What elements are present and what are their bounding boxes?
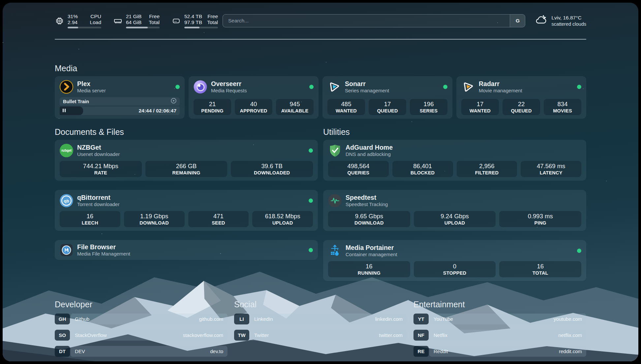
portainer-stats: 16 RUNNING 0 STOPPED 16 TOTAL (328, 261, 581, 277)
app-card-portainer[interactable]: Media Portainer Container management 16 … (323, 240, 586, 281)
app-name: Radarr (479, 80, 522, 88)
app-card-radarr[interactable]: Radarr Movie management 17 WANTED 22 QUE… (456, 76, 586, 119)
cpu-widget: 31% CPU 2.94 Load (55, 14, 101, 28)
stat-pending: 21 PENDING (194, 99, 231, 115)
bookmark-abbr: SO (55, 330, 70, 341)
bookmark-netflix[interactable]: NF Netflix netflix.com (413, 330, 586, 341)
app-card-speedtest[interactable]: Speedtest Speedtest Tracking 9.65 Gbps D… (323, 190, 586, 231)
bookmark-url: netflix.com (558, 332, 582, 338)
disk-free-value: 52.4 TB (184, 14, 202, 19)
app-desc: Media Requests (211, 88, 247, 94)
stat-total: 16 TOTAL (499, 261, 581, 277)
bookmark-url: stackoverflow.com (183, 332, 223, 338)
status-online-dot (577, 249, 581, 253)
bookmark-group-developer: Developer GH Github github.com SO StackO… (55, 299, 228, 357)
ram-progress-bar (126, 27, 160, 28)
now-playing-title: Bullet Train (63, 99, 89, 104)
playback-time: 24:44 / 02:06:47 (138, 106, 176, 115)
app-desc: Movie management (479, 88, 522, 94)
topbar-divider (55, 39, 586, 40)
bookmark-url: reddit.com (559, 349, 582, 354)
app-name: Sonarr (345, 80, 389, 88)
stat-wanted: 17 WANTED (461, 99, 499, 115)
cpu-label: CPU (90, 14, 101, 19)
app-card-nzbget[interactable]: nzbget NZBGet Usenet downloader 744.21 M… (55, 140, 318, 181)
stat-upload: 9.24 Gbps UPLOAD (414, 211, 496, 227)
status-online-dot (577, 85, 581, 89)
disk-progress-fill (184, 27, 199, 28)
stat-rate: 744.21 Mbps RATE (60, 161, 142, 177)
app-desc: DNS and adblocking (346, 151, 393, 157)
bookmark-twitter[interactable]: TW Twitter twitter.com (234, 330, 407, 341)
stat-queued: 17 QUEUED (369, 99, 406, 115)
filebrowser-icon (60, 243, 73, 257)
app-desc: Media File Management (77, 251, 130, 257)
section-title-media: Media (55, 63, 586, 73)
radarr-icon (461, 80, 475, 94)
disk-widget: 52.4 TB Free 97.9 TB Total (171, 14, 218, 28)
utilities-column: AdGuard Home DNS and adblocking 498,564 … (323, 140, 586, 281)
section-title-utilities: Utilities (323, 127, 586, 137)
search-engine-button[interactable]: G (510, 15, 525, 27)
bookmark-name: LinkedIn (254, 316, 273, 322)
adguard-icon (328, 144, 342, 157)
app-desc: Usenet downloader (77, 151, 120, 157)
stat-leech: 16 LEECH (60, 211, 120, 227)
stat-download: 9.65 Gbps DOWNLOAD (328, 211, 410, 227)
status-online-dot (175, 85, 180, 89)
app-name: Media Portainer (346, 244, 397, 252)
bookmark-name: Github (75, 316, 89, 322)
cloud-icon (535, 15, 547, 27)
nzbget-icon: nzbget (60, 144, 73, 157)
ram-icon (113, 16, 122, 25)
bookmark-abbr: TW (234, 330, 249, 341)
app-desc: Speedtest Tracking (346, 201, 388, 207)
stat-upload: 618.52 Mbps UPLOAD (252, 211, 313, 227)
bookmark-abbr: NF (413, 330, 429, 341)
bookmark-linkedin[interactable]: LI LinkedIn linkedin.com (234, 314, 407, 324)
bookmark-youtube[interactable]: YT YouTube youtube.com (413, 314, 586, 324)
app-name: AdGuard Home (346, 143, 393, 151)
ram-total-label: Total (149, 19, 160, 25)
bookmark-name: DEV (75, 349, 85, 354)
app-card-sonarr[interactable]: Sonarr Series management 485 WANTED 17 Q… (322, 76, 452, 119)
dashboard-window: 31% CPU 2.94 Load (3, 3, 638, 361)
cpu-icon (55, 16, 64, 25)
stat-filtered: 2,956 FILTERED (457, 161, 517, 177)
top-bar: 31% CPU 2.94 Load (55, 13, 586, 29)
stat-ping: 0.993 ms PING (499, 211, 581, 227)
plex-icon (60, 80, 73, 94)
weather-widget: Lviv, 16.87°C scattered clouds (535, 15, 586, 27)
speedtest-stats: 9.65 Gbps DOWNLOAD 9.24 Gbps UPLOAD 0.99… (328, 211, 581, 227)
status-online-dot (309, 148, 313, 153)
app-name: NZBGet (77, 143, 120, 151)
media-card-grid: Plex Media server Bullet Train (55, 76, 586, 119)
stat-wanted: 485 WANTED (327, 99, 365, 115)
bookmark-url: linkedin.com (375, 316, 403, 322)
bookmark-dev[interactable]: DT DEV dev.to (55, 346, 228, 357)
app-card-overseerr[interactable]: Overseerr Media Requests 21 PENDING 40 A… (189, 76, 319, 119)
bookmark-abbr: GH (55, 314, 70, 324)
ram-widget: 21 GiB Free 64 GiB Total (113, 14, 160, 28)
stat-movies: 834 MOVIES (544, 99, 581, 115)
app-card-plex[interactable]: Plex Media server Bullet Train (55, 76, 185, 119)
bookmark-reddit[interactable]: RE Reddit reddit.com (413, 346, 586, 357)
pause-icon (63, 108, 66, 114)
bookmark-group-entertainment: Entertainment YT YouTube youtube.com NF … (413, 299, 586, 357)
bookmark-abbr: DT (55, 346, 70, 357)
app-card-qbittorrent[interactable]: qb qBittorrent Torrent downloader 16 LEE… (55, 190, 318, 231)
stat-approved: 40 APPROVED (235, 99, 272, 115)
app-card-adguard[interactable]: AdGuard Home DNS and adblocking 498,564 … (323, 140, 586, 181)
movie-session-icon (171, 98, 176, 105)
bookmark-name: StackOverflow (75, 332, 107, 338)
disk-total-label: Total (207, 19, 218, 25)
app-card-filebrowser[interactable]: File Browser Media File Management (55, 240, 318, 260)
stat-downloaded: 39.6 TB DOWNLOADED (231, 161, 313, 177)
bookmark-github[interactable]: GH Github github.com (55, 314, 228, 324)
search-input[interactable] (223, 15, 510, 27)
sonarr-icon (327, 80, 341, 94)
app-name: Speedtest (346, 194, 388, 201)
weather-location-temp: Lviv, 16.87°C (551, 15, 586, 21)
cpu-load-label: Load (90, 19, 101, 25)
bookmark-stackoverflow[interactable]: SO StackOverflow stackoverflow.com (55, 330, 228, 341)
